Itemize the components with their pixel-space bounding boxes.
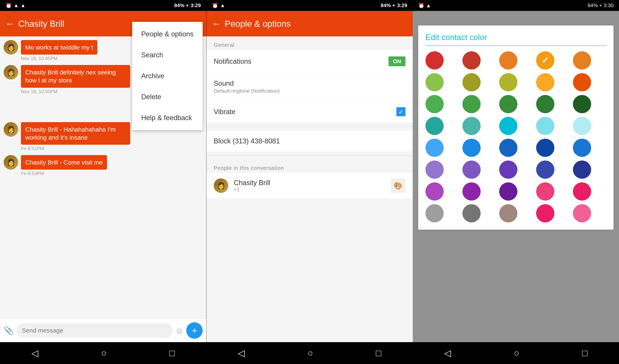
battery-label: 84% +: [174, 2, 189, 8]
color-swatch-indigo1[interactable]: [536, 161, 554, 179]
color-swatch-violet2[interactable]: [463, 182, 481, 201]
add-media-button[interactable]: +: [186, 322, 203, 339]
color-swatch-teal2[interactable]: [463, 117, 481, 135]
color-swatch-pink1[interactable]: [536, 182, 554, 201]
color-swatch-green4[interactable]: [536, 95, 554, 113]
status-bar-3: ⏰ ▲ 84% + 3:30: [413, 0, 619, 11]
battery-label-2: 84% +: [381, 2, 395, 8]
panel-people-options: ⏰ ▲ 84% + 3:29 ← People & options Genera…: [206, 0, 413, 364]
nav-bar-2: ◁ ○ □: [206, 342, 413, 364]
menu-item-help[interactable]: Help & feedback: [132, 107, 203, 128]
color-swatch-blue2[interactable]: [463, 139, 481, 157]
message-bubble: Mo works at twiddle my t: [21, 40, 98, 55]
people-options-title: People & options: [225, 19, 407, 29]
color-swatch-purple3[interactable]: [499, 161, 517, 179]
color-swatch-green2[interactable]: [463, 95, 481, 113]
nav-recent-button-2[interactable]: □: [376, 348, 381, 358]
avatar: 👩: [4, 65, 18, 80]
color-swatch-purple1[interactable]: [425, 161, 444, 179]
color-swatch-filler1[interactable]: [573, 51, 591, 70]
color-swatch-olive[interactable]: [463, 73, 481, 91]
block-label: Block (313) 438-8081: [214, 137, 280, 145]
battery-label-3: 84% +: [588, 2, 602, 8]
menu-item-delete[interactable]: Delete: [132, 86, 203, 107]
nav-recent-button[interactable]: □: [169, 348, 175, 358]
sound-setting[interactable]: Sound Default ringtone (Notification): [206, 73, 413, 101]
status-right: 84% + 3:29: [174, 2, 201, 8]
color-swatch-orange[interactable]: [499, 51, 517, 70]
color-swatch-red[interactable]: [425, 51, 444, 70]
color-swatch-cyan1[interactable]: [499, 117, 517, 135]
message-bubble: Chasity Brill definitely nex seeing how …: [21, 65, 130, 87]
paint-icon: 🎨: [394, 182, 403, 190]
color-swatch-mustard[interactable]: [536, 73, 554, 91]
color-swatch-blue4[interactable]: [536, 139, 554, 157]
color-swatch-cyan2[interactable]: [536, 117, 554, 135]
back-button-2[interactable]: ←: [212, 18, 221, 29]
color-picker-card: Edit contact color: [418, 26, 614, 230]
color-swatch-violet1[interactable]: [425, 182, 444, 201]
status-right-2: 84% + 3:29: [381, 2, 407, 8]
nav-recent-button-3[interactable]: □: [582, 348, 588, 358]
color-swatch-yellow-dark[interactable]: [499, 73, 517, 91]
color-swatch-light-orange[interactable]: [536, 51, 554, 70]
color-swatch-green3[interactable]: [499, 95, 517, 113]
color-swatch-teal1[interactable]: [425, 117, 444, 135]
menu-item-search[interactable]: Search: [132, 45, 203, 66]
color-swatch-pink2[interactable]: [573, 182, 591, 201]
color-swatch-cyan3[interactable]: [573, 117, 591, 135]
menu-item-archive[interactable]: Archive: [132, 66, 203, 86]
color-swatch-mauve[interactable]: [499, 204, 517, 223]
attach-icon[interactable]: 📎: [4, 326, 14, 335]
sound-sublabel: Default ringtone (Notification): [214, 88, 280, 94]
wifi-icon-3: ▲: [426, 3, 431, 8]
spacer: [206, 198, 413, 342]
notifications-toggle[interactable]: ON: [389, 56, 406, 66]
block-setting[interactable]: Block (313) 438-8081: [206, 131, 413, 152]
wifi-icon-2: ▲: [220, 2, 225, 8]
color-swatch-green1[interactable]: [425, 95, 444, 113]
nav-bar-3: ◁ ○ □: [413, 342, 619, 364]
message-input[interactable]: [16, 323, 173, 338]
status-bar-1: ⏰ ▲ ▲ 84% + 3:29: [0, 0, 206, 11]
wifi-icon: ▲: [14, 2, 19, 8]
nav-back-button-3[interactable]: ◁: [444, 348, 451, 358]
color-swatch-blue5[interactable]: [573, 139, 591, 157]
color-swatch-indigo2[interactable]: [573, 161, 591, 179]
nav-bar-1: ◁ ○ □: [0, 342, 206, 364]
color-picker-title: Edit contact color: [425, 33, 606, 42]
color-grid: [425, 51, 606, 223]
settings-divider: [206, 127, 413, 127]
color-swatch-green5[interactable]: [573, 95, 591, 113]
vibrate-checkbox[interactable]: ✓: [396, 107, 406, 116]
color-swatch-purple2[interactable]: [463, 161, 481, 179]
back-button-1[interactable]: ←: [5, 18, 14, 29]
avatar: 👩: [4, 122, 18, 137]
color-swatch-gray2[interactable]: [463, 204, 481, 223]
nav-back-button[interactable]: ◁: [31, 348, 38, 358]
avatar: 👩: [4, 155, 18, 170]
message-bubble: Chasity Brill - Hahahahahaha I'm working…: [21, 122, 130, 145]
emoji-icon[interactable]: ☺: [175, 326, 183, 335]
color-swatch-blue1[interactable]: [425, 139, 444, 157]
color-swatch-deep-pink[interactable]: [573, 204, 591, 223]
vibrate-setting[interactable]: Vibrate ✓: [206, 101, 413, 123]
nav-home-button-3[interactable]: ○: [514, 348, 519, 358]
dropdown-menu: People & options Search Archive Delete H…: [132, 22, 203, 130]
color-swatch-blue3[interactable]: [499, 139, 517, 157]
nav-home-button[interactable]: ○: [101, 348, 107, 358]
color-swatch-hot-pink[interactable]: [536, 204, 554, 223]
menu-item-people-options[interactable]: People & options: [132, 24, 203, 45]
color-swatch-magenta[interactable]: [499, 182, 517, 201]
color-swatch-yellow-green[interactable]: [425, 73, 444, 91]
color-swatch-gray1[interactable]: [425, 204, 444, 223]
color-divider: [425, 45, 606, 46]
notifications-setting[interactable]: Notifications ON: [206, 50, 413, 73]
message-bubble: Chasity Brill - Come visit me: [21, 155, 107, 170]
app-bar-2: ← People & options: [206, 11, 413, 36]
color-swatch-dark-red[interactable]: [463, 51, 481, 70]
edit-color-button[interactable]: 🎨: [391, 178, 406, 193]
nav-home-button-2[interactable]: ○: [308, 348, 313, 358]
color-swatch-dark-mustard[interactable]: [573, 73, 591, 91]
nav-back-button-2[interactable]: ◁: [238, 348, 245, 358]
